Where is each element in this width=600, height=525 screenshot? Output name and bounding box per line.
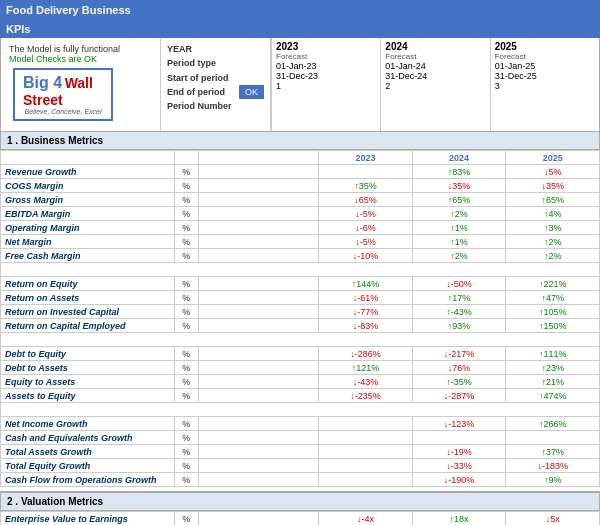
metric-name-cell: Gross Margin — [1, 193, 175, 207]
metric-val-2024: ↓-19% — [412, 445, 506, 459]
metric-val-2023 — [319, 445, 413, 459]
metric-empty-cell — [198, 305, 318, 319]
end-2025: 31-Dec-25 — [495, 71, 595, 81]
metric-val-2023 — [319, 431, 413, 445]
metric-val-2025: ↑9% — [506, 473, 600, 487]
metric-empty-cell — [198, 417, 318, 431]
metric-val-2025: ↑37% — [506, 445, 600, 459]
ok-button[interactable]: OK — [239, 85, 264, 99]
metric-val-2024: ↑2% — [412, 207, 506, 221]
metric-empty-cell — [198, 291, 318, 305]
metric-unit-cell: % — [174, 221, 198, 235]
metric-unit-cell: % — [174, 179, 198, 193]
metric-val-2025: ↑221% — [506, 277, 600, 291]
metric-name-cell: Operating Margin — [1, 221, 175, 235]
metric-val-2024: ↑65% — [412, 193, 506, 207]
metric-val-2025: ↑111% — [506, 347, 600, 361]
metric-val-2023: ↑35% — [319, 179, 413, 193]
metric-empty-cell — [198, 459, 318, 473]
metric-val-2024: ↑2% — [412, 249, 506, 263]
metric-unit-cell: % — [174, 305, 198, 319]
table-row: Operating Margin % ↓-6% ↑1% ↑3% — [1, 221, 600, 235]
year-2024: 2024 — [385, 41, 485, 52]
table-row: EBITDA Margin % ↓-5% ↑2% ↑4% — [1, 207, 600, 221]
group-spacer — [1, 263, 600, 277]
start-2025: 01-Jan-25 — [495, 61, 595, 71]
table-row: Return on Invested Capital % ↓-77% ↑-43%… — [1, 305, 600, 319]
table-row: Debt to Assets % ↑121% ↓76% ↑23% — [1, 361, 600, 375]
table-row: Return on Assets % ↓-61% ↑17% ↑47% — [1, 291, 600, 305]
metric-unit-cell: % — [174, 389, 198, 403]
metric-empty-cell — [198, 431, 318, 445]
table-row: Equity to Assets % ↓-43% ↑-35% ↑21% — [1, 375, 600, 389]
metric-unit-cell: % — [174, 207, 198, 221]
year-label: YEAR — [167, 42, 237, 56]
metric-val-2025: ↑2% — [506, 235, 600, 249]
table-row: Assets to Equity % ↓-235% ↓-287% ↑474% — [1, 389, 600, 403]
metric-unit-cell: % — [174, 291, 198, 305]
metric-val-2023: ↓-61% — [319, 291, 413, 305]
metric-name-cell: COGS Margin — [1, 179, 175, 193]
model-info: The Model is fully functional Model Chec… — [1, 38, 161, 131]
metric-name-cell: Return on Assets — [1, 291, 175, 305]
num-2023: 1 — [276, 81, 376, 91]
valuation-metrics-table: Enterprise Value to Earnings % ↓-4x ↑18x… — [0, 511, 600, 525]
metric-val-2025: ↑4% — [506, 207, 600, 221]
metric-empty-cell — [198, 512, 318, 526]
col-unit-header — [174, 151, 198, 165]
metric-name-cell: Assets to Equity — [1, 389, 175, 403]
metric-val-2024: ↑1% — [412, 221, 506, 235]
metric-val-2025: ↑474% — [506, 389, 600, 403]
metric-val-2023: ↑121% — [319, 361, 413, 375]
top-info-section: The Model is fully functional Model Chec… — [0, 38, 600, 132]
app-title: Food Delivery Business — [0, 0, 600, 20]
col-2023-header: 2023 — [319, 151, 413, 165]
metric-val-2024: ↑-43% — [412, 305, 506, 319]
metric-val-2025: ↓5x — [506, 512, 600, 526]
col-name-header — [1, 151, 175, 165]
metric-val-2025: ↑266% — [506, 417, 600, 431]
metric-name-cell: Revenue Growth — [1, 165, 175, 179]
table-row: COGS Margin % ↑35% ↓35% ↓35% — [1, 179, 600, 193]
metric-unit-cell: % — [174, 249, 198, 263]
metric-val-2023 — [319, 459, 413, 473]
metric-val-2025: ↑105% — [506, 305, 600, 319]
table-row: Total Equity Growth % ↓-33% ↓-183% — [1, 459, 600, 473]
metric-val-2025: ↓5% — [506, 165, 600, 179]
year-2023: 2023 — [276, 41, 376, 52]
period-info: YEAR Period type Start of period End of … — [161, 38, 271, 131]
year-col-2024: 2024 Forecast 01-Jan-24 31-Dec-24 2 — [380, 38, 489, 131]
start-2023: 01-Jan-23 — [276, 61, 376, 71]
table-row: Return on Equity % ↑144% ↓-50% ↑221% — [1, 277, 600, 291]
metric-val-2023: ↓-10% — [319, 249, 413, 263]
metric-unit-cell: % — [174, 235, 198, 249]
metric-val-2024: ↓35% — [412, 179, 506, 193]
metric-val-2024: ↓-50% — [412, 277, 506, 291]
metric-empty-cell — [198, 375, 318, 389]
logo-tagline: Believe, Conceive, Excel — [24, 108, 101, 115]
metric-val-2024: ↓-190% — [412, 473, 506, 487]
section2-header: 2 . Valuation Metrics — [0, 491, 600, 511]
metric-val-2024: ↓-217% — [412, 347, 506, 361]
section1-header: 1 . Business Metrics — [0, 132, 600, 150]
forecast-2023: Forecast — [276, 52, 376, 61]
num-2025: 3 — [495, 81, 595, 91]
metric-unit-cell: % — [174, 347, 198, 361]
metric-val-2023: ↓-5% — [319, 207, 413, 221]
metric-empty-cell — [198, 319, 318, 333]
model-status: The Model is fully functional — [9, 44, 152, 54]
metric-name-cell: Return on Invested Capital — [1, 305, 175, 319]
metric-val-2024: ↓-123% — [412, 417, 506, 431]
metric-val-2024: ↓-287% — [412, 389, 506, 403]
metric-val-2024: ↑18x — [412, 512, 506, 526]
metric-val-2025: ↑150% — [506, 319, 600, 333]
metric-empty-cell — [198, 249, 318, 263]
year-col-2023: 2023 Forecast 01-Jan-23 31-Dec-23 1 — [271, 38, 380, 131]
metric-unit-cell: % — [174, 361, 198, 375]
year-col-2025: 2025 Forecast 01-Jan-25 31-Dec-25 3 — [490, 38, 599, 131]
metric-name-cell: Total Assets Growth — [1, 445, 175, 459]
metric-val-2025: ↑3% — [506, 221, 600, 235]
metric-unit-cell: % — [174, 417, 198, 431]
metric-val-2024 — [412, 431, 506, 445]
end-2023: 31-Dec-23 — [276, 71, 376, 81]
